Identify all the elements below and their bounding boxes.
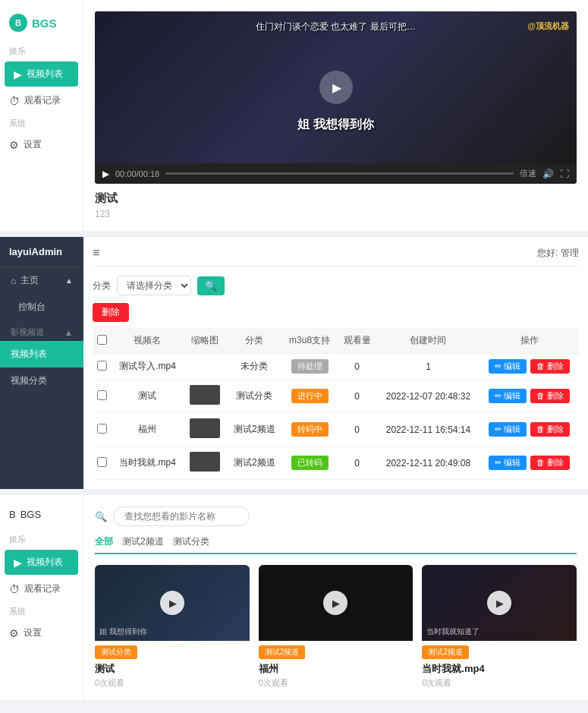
- gallery-card-0[interactable]: 姐 我想得到你 测试分类 测试 0次观看: [95, 565, 250, 689]
- gallery-tabs: 全部测试2频道测试分类: [95, 535, 577, 554]
- sidebar-item-videolist[interactable]: ▶ 视频列表: [5, 62, 78, 87]
- sidebar-item-settings[interactable]: ⚙ 设置: [0, 132, 83, 157]
- delete-button-2[interactable]: 🗑 删除: [530, 422, 570, 437]
- gallery-search-input[interactable]: [113, 506, 250, 526]
- logo-text-3: BGS: [20, 509, 41, 520]
- menu-toggle-icon[interactable]: ≡: [93, 246, 99, 260]
- col-category: 分类: [227, 328, 282, 354]
- row-checkbox-2[interactable]: [97, 424, 107, 434]
- row-checkbox-1[interactable]: [97, 390, 107, 400]
- logo-panel1: B BGS: [0, 8, 83, 41]
- cell-name: 当时我就.mp4: [112, 446, 184, 480]
- cell-thumb: [184, 354, 227, 380]
- edit-button-2[interactable]: ✏ 编辑: [489, 422, 527, 437]
- speed-button[interactable]: 倍速: [520, 168, 536, 179]
- logo-panel3: B BGS: [0, 503, 83, 529]
- gallery-caption-2: 当时我就知道了: [426, 626, 480, 637]
- admin-greeting: 您好: 管理: [537, 247, 579, 260]
- cell-m3u8: 进行中: [282, 380, 337, 413]
- sidebar-panel3: B BGS 娱乐 ▶ 视频列表 ⏱ 观看记录 系统 ⚙ 设置: [0, 495, 83, 700]
- gallery-badge-1: 测试2频道: [259, 645, 306, 659]
- gallery-tab-1[interactable]: 测试2频道: [122, 535, 164, 548]
- admin-nav-section-media[interactable]: 影视频道 ▲: [0, 320, 83, 341]
- delete-button[interactable]: 删除: [93, 303, 129, 322]
- cell-created: 2022-12-07 20:48:32: [377, 380, 480, 413]
- sidebar3-item-history[interactable]: ⏱ 观看记录: [0, 576, 83, 601]
- cell-created: 2022-12-11 16:54:14: [377, 413, 480, 446]
- table-row: 福州 测试2频道 转码中 0 2022-12-11 16:54:14 ✏ 编辑 …: [93, 413, 579, 446]
- fullscreen-button[interactable]: ⛶: [560, 169, 569, 179]
- col-name: 视频名: [112, 328, 184, 354]
- home-icon: ⌂: [11, 276, 16, 286]
- sidebar3-item-settings[interactable]: ⚙ 设置: [0, 620, 83, 645]
- gallery-meta-0: 0次观看: [95, 677, 250, 689]
- video-thumbnail: [190, 418, 220, 438]
- delete-button-0[interactable]: 🗑 删除: [530, 359, 570, 374]
- sidebar-item-history[interactable]: ⏱ 观看记录: [0, 88, 83, 113]
- category-select[interactable]: 请选择分类: [117, 276, 191, 295]
- admin-logo: layuiAdmin: [0, 237, 83, 267]
- cell-thumb: [184, 446, 227, 480]
- settings-icon: ⚙: [9, 139, 19, 151]
- cell-views: 0: [337, 413, 377, 446]
- video-player[interactable]: 住门对门谈个恋爱 也太难了 最后可把… @顶流机器 姐 我想得到你 ▶ 00:0…: [95, 11, 577, 184]
- cell-name: 测试导入.mp4: [112, 354, 184, 380]
- sidebar3-label-settings: 设置: [24, 626, 42, 639]
- gallery-card-1[interactable]: 测试2频道 福州 0次观看: [259, 565, 413, 689]
- admin-content: ≡ 您好: 管理 分类 请选择分类 🔍 删除 视频名 缩略图: [83, 237, 588, 489]
- gallery-tab-2[interactable]: 测试分类: [173, 535, 209, 548]
- video-thumbnail: [190, 385, 220, 405]
- sidebar3-label-history: 观看记录: [24, 582, 61, 595]
- progress-bar[interactable]: [165, 172, 514, 175]
- cell-m3u8: 已转码: [282, 446, 337, 480]
- cell-ops: ✏ 编辑 🗑 删除: [480, 413, 579, 446]
- admin-nav-home[interactable]: ⌂ 主页 ▲: [0, 267, 83, 294]
- cell-views: 0: [337, 380, 377, 413]
- admin-top-bar: ≡ 您好: 管理: [93, 246, 579, 267]
- logo-text: BGS: [32, 17, 57, 30]
- admin-sidebar: layuiAdmin ⌂ 主页 ▲ 控制台 影视频道 ▲ 视频列表 视频分类: [0, 237, 83, 489]
- video-still: 住门对门谈个恋爱 也太难了 最后可把… @顶流机器 姐 我想得到你: [95, 11, 577, 163]
- gallery-thumb-1: [259, 565, 413, 641]
- video-icon: ▶: [14, 68, 22, 80]
- panel-admin-table: layuiAdmin ⌂ 主页 ▲ 控制台 影视频道 ▲ 视频列表 视频分类: [0, 237, 588, 489]
- sidebar-panel1: B BGS 娱乐 ▶ 视频列表 ⏱ 观看记录 系统 ⚙ 设置: [0, 0, 83, 231]
- gallery-name-2: 当时我就.mp4: [422, 662, 577, 676]
- delete-button-1[interactable]: 🗑 删除: [530, 389, 570, 403]
- sidebar3-item-videolist[interactable]: ▶ 视频列表: [5, 550, 78, 575]
- edit-button-1[interactable]: ✏ 编辑: [489, 389, 527, 403]
- gallery-thumb-0: 姐 我想得到你: [95, 565, 250, 641]
- cell-views: 0: [337, 446, 377, 480]
- gallery-play-1[interactable]: [323, 591, 347, 615]
- col-thumb: 缩略图: [184, 328, 227, 354]
- select-all-checkbox[interactable]: [97, 335, 107, 345]
- play-pause-button[interactable]: ▶: [102, 169, 109, 179]
- search-icon-3: 🔍: [95, 511, 107, 522]
- sidebar-label-history: 观看记录: [24, 94, 61, 107]
- col-ops: 操作: [480, 328, 579, 354]
- edit-button-0[interactable]: ✏ 编辑: [489, 359, 527, 374]
- gallery-play-0[interactable]: [160, 591, 184, 615]
- row-checkbox-0[interactable]: [97, 361, 107, 371]
- chevron-down-icon: ▲: [64, 328, 73, 337]
- gallery-play-2[interactable]: [487, 591, 511, 615]
- admin-nav-dashboard[interactable]: 控制台: [0, 294, 83, 320]
- row-checkbox-3[interactable]: [97, 457, 107, 467]
- chevron-up-icon: ▲: [65, 276, 73, 285]
- search-button[interactable]: 🔍: [197, 276, 225, 295]
- gallery-card-2[interactable]: 当时我就知道了 测试2频道 当时我就.mp4 0次观看: [422, 565, 577, 689]
- panel-video-gallery: B BGS 娱乐 ▶ 视频列表 ⏱ 观看记录 系统 ⚙ 设置 🔍: [0, 495, 588, 700]
- col-created: 创建时间: [377, 328, 480, 354]
- video-title: 测试: [95, 191, 577, 206]
- cell-category: 测试2频道: [227, 446, 282, 480]
- admin-nav-videocategory[interactable]: 视频分类: [0, 368, 83, 394]
- cell-category: 测试2频道: [227, 413, 282, 446]
- volume-icon[interactable]: 🔊: [542, 169, 554, 179]
- delete-button-3[interactable]: 🗑 删除: [530, 456, 570, 470]
- play-button[interactable]: [319, 71, 353, 104]
- gallery-badge-0: 测试分类: [95, 645, 137, 659]
- admin-nav-videolist[interactable]: 视频列表: [0, 341, 83, 368]
- edit-button-3[interactable]: ✏ 编辑: [489, 456, 527, 470]
- video-controls: ▶ 00:00/00:18 倍速 🔊 ⛶: [95, 163, 577, 184]
- gallery-tab-0[interactable]: 全部: [95, 535, 113, 548]
